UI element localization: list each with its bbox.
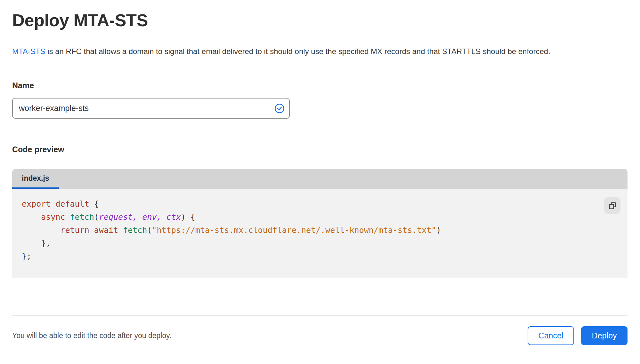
code-line: return await fetch("https://mta-sts.mx.c… (22, 224, 618, 237)
name-input[interactable] (12, 98, 290, 119)
name-input-wrap (12, 98, 290, 119)
copy-button[interactable] (604, 197, 620, 214)
tab-indexjs[interactable]: index.js (12, 169, 59, 189)
description: MTA-STS is an RFC that allows a domain t… (12, 44, 617, 59)
code-tabbar: index.js (12, 169, 628, 189)
code-preview-block: index.js export default { async fetch(re… (12, 169, 628, 278)
cancel-button[interactable]: Cancel (528, 326, 574, 345)
check-circle-icon (274, 103, 285, 114)
code-preview-label: Code preview (12, 145, 628, 154)
deploy-mta-sts-page: Deploy MTA-STS MTA-STS is an RFC that al… (0, 0, 640, 364)
code-line: }; (22, 250, 618, 263)
code-lines: export default { async fetch(request, en… (22, 197, 618, 263)
tab-label: index.js (22, 174, 49, 183)
page-title: Deploy MTA-STS (12, 10, 628, 30)
code-line: export default { (22, 197, 618, 210)
footer-note: You will be able to edit the code after … (12, 331, 171, 340)
footer-divider (12, 315, 628, 316)
footer: You will be able to edit the code after … (12, 326, 628, 345)
description-text: is an RFC that allows a domain to signal… (45, 47, 550, 56)
copy-icon (608, 201, 617, 210)
code-line: }, (22, 237, 618, 250)
mta-sts-link[interactable]: MTA-STS (12, 47, 45, 56)
code-area: export default { async fetch(request, en… (12, 189, 628, 278)
name-label: Name (12, 81, 628, 90)
code-line: async fetch(request, env, ctx) { (22, 210, 618, 224)
deploy-button[interactable]: Deploy (581, 326, 628, 345)
footer-actions: Cancel Deploy (528, 326, 628, 345)
